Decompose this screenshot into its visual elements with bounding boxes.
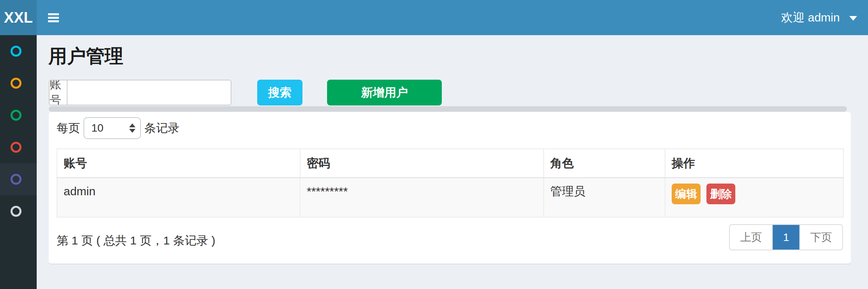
header-actions: 操作 bbox=[665, 149, 843, 178]
delete-button[interactable]: 删除 bbox=[706, 184, 735, 204]
cell-account: admin bbox=[57, 178, 300, 217]
next-page-button[interactable]: 下页 bbox=[799, 224, 843, 250]
sidebar-item-job[interactable] bbox=[0, 67, 37, 99]
page-title: 用户管理 bbox=[48, 44, 123, 69]
per-page-suffix-label: 条记录 bbox=[144, 120, 180, 136]
sidebar-item-user-active[interactable] bbox=[0, 163, 37, 195]
user-table-panel: 每页 10 条记录 账号 密码 角色 操作 bbox=[49, 112, 851, 264]
main-content: 用户管理 账号 搜索 新增用户 每页 10 条记录 bbox=[37, 35, 868, 289]
circle-red-icon bbox=[11, 142, 21, 153]
circle-green-icon bbox=[11, 110, 21, 121]
add-user-button[interactable]: 新增用户 bbox=[327, 80, 442, 105]
header-account: 账号 bbox=[57, 149, 300, 178]
per-page-prefix-label: 每页 bbox=[57, 120, 80, 136]
per-page-select[interactable]: 10 bbox=[84, 117, 141, 139]
sidebar-item-executor[interactable] bbox=[0, 99, 37, 131]
circle-purple-icon bbox=[11, 174, 21, 185]
header-role: 角色 bbox=[544, 149, 665, 178]
pagination-summary: 第 1 页 ( 总共 1 页，1 条记录 ) bbox=[57, 233, 215, 248]
prev-page-button[interactable]: 上页 bbox=[729, 224, 773, 250]
per-page-control: 每页 10 条记录 bbox=[57, 117, 180, 139]
table-header-row: 账号 密码 角色 操作 bbox=[57, 149, 843, 178]
sidebar-toggle-button[interactable] bbox=[37, 0, 70, 35]
header-password: 密码 bbox=[300, 149, 544, 178]
circle-white-icon bbox=[11, 206, 21, 217]
app-root: XXL 欢迎 admin 用户管理 bbox=[0, 0, 868, 289]
page-1-button[interactable]: 1 bbox=[772, 224, 800, 250]
cell-role: 管理员 bbox=[544, 178, 665, 217]
cell-password: ********* bbox=[300, 178, 544, 217]
circle-orange-icon bbox=[11, 78, 21, 89]
edit-button[interactable]: 编辑 bbox=[672, 184, 701, 204]
sidebar-item-dashboard[interactable] bbox=[0, 35, 37, 67]
circle-cyan-icon bbox=[11, 46, 21, 57]
sidebar bbox=[0, 35, 37, 289]
per-page-selected-value: 10 bbox=[91, 122, 103, 134]
select-stepper-icon bbox=[129, 123, 135, 133]
user-table: 账号 密码 角色 操作 admin ********* bbox=[57, 148, 844, 218]
account-input-group: 账号 bbox=[49, 80, 231, 105]
account-search-input[interactable] bbox=[68, 80, 231, 105]
sidebar-item-help[interactable] bbox=[0, 195, 37, 227]
horizontal-scrollbar[interactable] bbox=[49, 106, 847, 112]
chevron-down-icon bbox=[849, 16, 857, 21]
user-dropdown[interactable]: 欢迎 admin bbox=[770, 0, 868, 35]
table-row: admin ********* 管理员 编辑 删除 bbox=[57, 178, 843, 217]
hamburger-icon bbox=[48, 13, 59, 15]
cell-actions: 编辑 删除 bbox=[665, 178, 843, 217]
welcome-text: 欢迎 admin bbox=[781, 11, 840, 24]
account-label: 账号 bbox=[50, 80, 68, 105]
app-logo[interactable]: XXL bbox=[0, 0, 37, 35]
top-navbar: XXL 欢迎 admin bbox=[0, 0, 868, 35]
search-button[interactable]: 搜索 bbox=[257, 80, 302, 105]
pagination: 上页 1 下页 bbox=[729, 224, 843, 250]
sidebar-item-log[interactable] bbox=[0, 131, 37, 163]
